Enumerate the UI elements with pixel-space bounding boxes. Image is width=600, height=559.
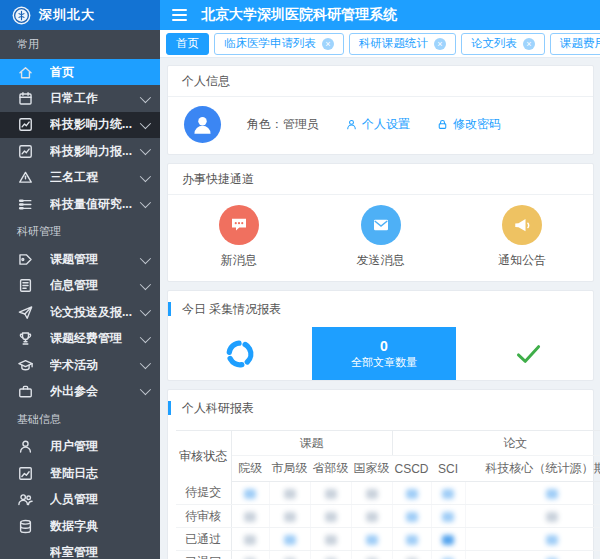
stat-loading-box bbox=[168, 327, 312, 380]
blurred-cell-value[interactable] bbox=[431, 482, 465, 505]
sidebar-item-人员管理[interactable]: 人员管理 bbox=[0, 486, 160, 512]
chevron-down-icon bbox=[140, 305, 151, 316]
user-icon bbox=[345, 118, 358, 131]
sidebar-item-信息管理[interactable]: 信息管理 bbox=[0, 273, 160, 299]
blurred-cell-value[interactable] bbox=[310, 482, 351, 505]
blurred-cell-value[interactable] bbox=[269, 482, 310, 505]
tab-临床医学申请列表[interactable]: 临床医学申请列表× bbox=[214, 33, 344, 55]
hamburger-menu-icon[interactable] bbox=[172, 9, 187, 21]
blurred-cell-value[interactable] bbox=[269, 551, 310, 559]
quick-action-发送消息[interactable]: 发送消息 bbox=[310, 205, 452, 269]
sidebar-item-label: 信息管理 bbox=[50, 277, 134, 294]
col-header-科技核心（统计源）期刊: 科技核心（统计源）期刊 bbox=[465, 456, 600, 482]
loginlog-icon bbox=[17, 465, 34, 482]
sidebar-item-论文投送及报[interactable]: 论文投送及报... bbox=[0, 299, 160, 325]
tab-论文列表[interactable]: 论文列表× bbox=[461, 33, 545, 55]
sidebar-item-科技量值研究[interactable]: 科技量值研究... bbox=[0, 191, 160, 217]
close-icon[interactable]: × bbox=[322, 38, 334, 50]
research-report-table: 审核状态课题论文院级市局级省部级国家级CSCDSCI科技核心（统计源）期刊待提交… bbox=[168, 426, 593, 559]
quick-actions-panel: 办事快捷通道 新消息发送消息通知公告 bbox=[167, 163, 594, 282]
row-label: 待提交 bbox=[176, 482, 231, 505]
none-icon bbox=[17, 544, 34, 559]
briefcase-icon bbox=[17, 383, 34, 400]
blurred-cell-value[interactable] bbox=[269, 505, 310, 528]
personal-info-panel: 个人信息 角色：管理员 个人设置 bbox=[167, 65, 594, 155]
collection-report-panel: 今日 采集情况报表 0 全部文章数量 bbox=[167, 290, 594, 381]
blurred-cell-value[interactable] bbox=[351, 505, 392, 528]
personal-settings-link[interactable]: 个人设置 bbox=[345, 116, 410, 133]
grad-icon bbox=[17, 357, 34, 374]
panel-title: 个人信息 bbox=[182, 74, 230, 88]
sidebar-item-科技影响力统[interactable]: 科技影响力统... bbox=[0, 112, 160, 138]
sidebar-item-label: 首页 bbox=[50, 64, 148, 81]
blurred-cell-value[interactable] bbox=[392, 551, 431, 559]
blurred-cell-value[interactable] bbox=[431, 551, 465, 559]
top-bar: 北京大学深圳医院科研管理系统 bbox=[160, 0, 600, 30]
blurred-cell-value[interactable] bbox=[392, 528, 431, 551]
blurred-cell-value[interactable] bbox=[269, 528, 310, 551]
blurred-cell-value[interactable] bbox=[465, 482, 600, 505]
sidebar-item-label: 登陆日志 bbox=[50, 465, 148, 482]
trophy-icon bbox=[17, 330, 34, 347]
col-header-CSCD: CSCD bbox=[392, 456, 431, 482]
horn-icon bbox=[502, 205, 542, 245]
spinner-icon bbox=[220, 333, 261, 374]
app-title: 北京大学深圳医院科研管理系统 bbox=[201, 6, 397, 24]
sidebar-item-登陆日志[interactable]: 登陆日志 bbox=[0, 460, 160, 486]
sidebar-item-首页[interactable]: 首页 bbox=[0, 59, 160, 85]
quick-action-新消息[interactable]: 新消息 bbox=[168, 205, 310, 269]
change-password-link[interactable]: 修改密码 bbox=[436, 116, 501, 133]
blurred-cell-value[interactable] bbox=[431, 528, 465, 551]
tab-科研课题统计[interactable]: 科研课题统计× bbox=[349, 33, 456, 55]
close-icon[interactable]: × bbox=[434, 38, 446, 50]
sidebar-section-label: 常用 bbox=[0, 30, 160, 59]
personal-settings-label: 个人设置 bbox=[362, 116, 410, 133]
sidebar-item-用户管理[interactable]: 用户管理 bbox=[0, 434, 160, 460]
sidebar-item-日常工作[interactable]: 日常工作 bbox=[0, 85, 160, 111]
blurred-cell-value[interactable] bbox=[351, 482, 392, 505]
blurred-cell-value[interactable] bbox=[465, 551, 600, 559]
blurred-cell-value[interactable] bbox=[431, 505, 465, 528]
blurred-cell-value[interactable] bbox=[231, 551, 269, 559]
blurred-cell-value[interactable] bbox=[465, 528, 600, 551]
blurred-cell-value[interactable] bbox=[351, 551, 392, 559]
panel-title: 办事快捷通道 bbox=[182, 172, 254, 186]
sidebar-item-科技影响力报[interactable]: 科技影响力报... bbox=[0, 138, 160, 164]
blurred-cell-value[interactable] bbox=[231, 482, 269, 505]
sidebar-item-三名工程[interactable]: 三名工程 bbox=[0, 165, 160, 191]
blurred-cell-value[interactable] bbox=[392, 505, 431, 528]
sidebar-item-科室管理[interactable]: 科室管理 bbox=[0, 539, 160, 559]
sidebar-item-label: 课题经费管理 bbox=[50, 330, 134, 347]
tab-首页[interactable]: 首页 bbox=[166, 33, 209, 55]
blurred-cell-value[interactable] bbox=[351, 528, 392, 551]
panels: 个人信息 角色：管理员 个人设置 bbox=[160, 58, 600, 559]
sidebar-item-课题管理[interactable]: 课题管理 bbox=[0, 246, 160, 272]
blurred-cell-value[interactable] bbox=[231, 528, 269, 551]
close-icon[interactable]: × bbox=[523, 38, 535, 50]
sidebar-item-外出参会[interactable]: 外出参会 bbox=[0, 378, 160, 404]
avatar bbox=[184, 106, 221, 143]
blurred-cell-value[interactable] bbox=[231, 505, 269, 528]
user-icon bbox=[17, 438, 34, 455]
quick-action-通知公告[interactable]: 通知公告 bbox=[451, 205, 593, 269]
research-report-panel: 个人科研报表 审核状态课题论文院级市局级省部级国家级CSCDSCI科技核心（统计… bbox=[167, 389, 594, 559]
blurred-cell-value[interactable] bbox=[392, 482, 431, 505]
chevron-down-icon bbox=[140, 358, 151, 369]
collection-report-header: 今日 采集情况报表 bbox=[168, 291, 593, 327]
blurred-cell-value[interactable] bbox=[310, 505, 351, 528]
col-header-省部级: 省部级 bbox=[310, 456, 351, 482]
plane-icon bbox=[17, 304, 34, 321]
tab-label: 论文列表 bbox=[471, 36, 517, 51]
row-label: 已退回 bbox=[176, 551, 231, 559]
sidebar-item-课题经费管理[interactable]: 课题经费管理 bbox=[0, 326, 160, 352]
blurred-cell-value[interactable] bbox=[310, 551, 351, 559]
sidebar-item-数据字典[interactable]: 数据字典 bbox=[0, 513, 160, 539]
blurred-cell-value[interactable] bbox=[465, 505, 600, 528]
tab-课题费用报表[interactable]: 课题费用报表× bbox=[550, 33, 600, 55]
stat-total-articles[interactable]: 0 全部文章数量 bbox=[312, 327, 456, 380]
col-header-院级: 院级 bbox=[231, 456, 269, 482]
sidebar-item-学术活动[interactable]: 学术活动 bbox=[0, 352, 160, 378]
blurred-cell-value[interactable] bbox=[310, 528, 351, 551]
chart-icon bbox=[17, 143, 34, 160]
quick-actions-header: 办事快捷通道 bbox=[168, 164, 593, 195]
